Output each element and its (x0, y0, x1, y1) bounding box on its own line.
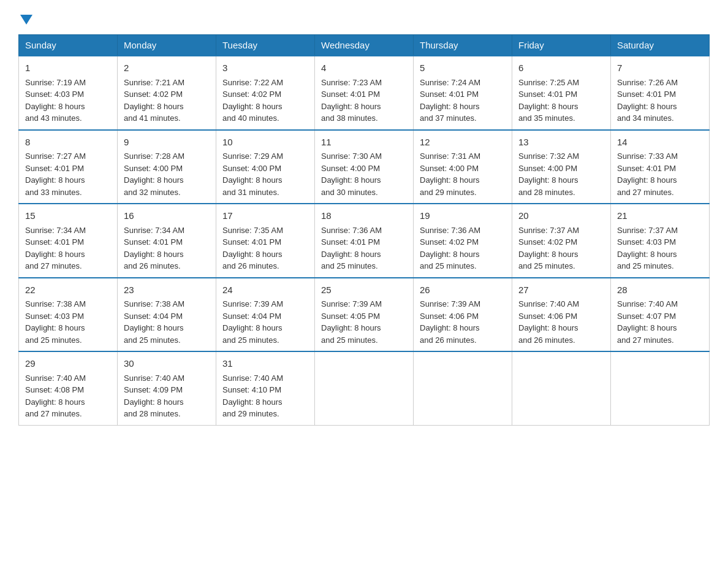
day-number: 18 (321, 209, 407, 223)
day-number: 17 (222, 209, 308, 223)
calendar-day-cell: 9Sunrise: 7:28 AMSunset: 4:00 PMDaylight… (118, 130, 216, 204)
calendar-day-cell: 5Sunrise: 7:24 AMSunset: 4:01 PMDaylight… (414, 56, 512, 130)
sun-info-block: Sunrise: 7:21 AMSunset: 4:02 PMDaylight:… (124, 77, 210, 124)
calendar-day-cell: 20Sunrise: 7:37 AMSunset: 4:02 PMDayligh… (512, 204, 611, 278)
day-number: 11 (321, 136, 407, 150)
calendar-week-row: 8Sunrise: 7:27 AMSunset: 4:01 PMDaylight… (19, 130, 710, 204)
calendar-day-cell: 21Sunrise: 7:37 AMSunset: 4:03 PMDayligh… (611, 204, 710, 278)
calendar-day-cell: 11Sunrise: 7:30 AMSunset: 4:00 PMDayligh… (315, 130, 414, 204)
day-number: 16 (124, 209, 210, 223)
day-number: 13 (518, 136, 604, 150)
day-number: 29 (25, 357, 111, 371)
calendar-day-cell: 16Sunrise: 7:34 AMSunset: 4:01 PMDayligh… (118, 204, 216, 278)
day-number: 8 (25, 136, 111, 150)
calendar-week-row: 15Sunrise: 7:34 AMSunset: 4:01 PMDayligh… (19, 204, 710, 278)
logo (18, 12, 32, 28)
calendar-day-cell: 17Sunrise: 7:35 AMSunset: 4:01 PMDayligh… (216, 204, 315, 278)
calendar-day-cell: 15Sunrise: 7:34 AMSunset: 4:01 PMDayligh… (19, 204, 118, 278)
calendar-day-cell: 14Sunrise: 7:33 AMSunset: 4:01 PMDayligh… (611, 130, 710, 204)
calendar-day-cell: 4Sunrise: 7:23 AMSunset: 4:01 PMDaylight… (315, 56, 414, 130)
day-number: 4 (321, 61, 407, 75)
day-number: 26 (420, 283, 506, 297)
page-header (18, 12, 710, 28)
sun-info-block: Sunrise: 7:29 AMSunset: 4:00 PMDaylight:… (222, 150, 308, 198)
sun-info-block: Sunrise: 7:32 AMSunset: 4:00 PMDaylight:… (518, 150, 604, 198)
day-number: 2 (124, 61, 210, 75)
calendar-week-row: 29Sunrise: 7:40 AMSunset: 4:08 PMDayligh… (19, 351, 710, 425)
day-number: 20 (518, 209, 604, 223)
sun-info-block: Sunrise: 7:37 AMSunset: 4:02 PMDaylight:… (518, 224, 604, 272)
sun-info-block: Sunrise: 7:26 AMSunset: 4:01 PMDaylight:… (617, 77, 703, 124)
calendar-day-cell (512, 351, 611, 425)
calendar-day-cell: 22Sunrise: 7:38 AMSunset: 4:03 PMDayligh… (19, 278, 118, 352)
sun-info-block: Sunrise: 7:39 AMSunset: 4:05 PMDaylight:… (321, 298, 407, 346)
day-header-sunday: Sunday (19, 35, 118, 56)
sun-info-block: Sunrise: 7:35 AMSunset: 4:01 PMDaylight:… (222, 224, 308, 272)
calendar-day-cell: 24Sunrise: 7:39 AMSunset: 4:04 PMDayligh… (216, 278, 315, 352)
calendar-day-cell: 13Sunrise: 7:32 AMSunset: 4:00 PMDayligh… (512, 130, 611, 204)
calendar-day-cell: 8Sunrise: 7:27 AMSunset: 4:01 PMDaylight… (19, 130, 118, 204)
day-header-tuesday: Tuesday (216, 35, 315, 56)
sun-info-block: Sunrise: 7:33 AMSunset: 4:01 PMDaylight:… (617, 150, 703, 198)
sun-info-block: Sunrise: 7:23 AMSunset: 4:01 PMDaylight:… (321, 77, 407, 124)
day-number: 21 (617, 209, 703, 223)
day-number: 6 (518, 61, 604, 75)
calendar-day-cell: 1Sunrise: 7:19 AMSunset: 4:03 PMDaylight… (19, 56, 118, 130)
sun-info-block: Sunrise: 7:38 AMSunset: 4:04 PMDaylight:… (124, 298, 210, 346)
sun-info-block: Sunrise: 7:40 AMSunset: 4:09 PMDaylight:… (124, 372, 210, 420)
calendar-day-cell: 27Sunrise: 7:40 AMSunset: 4:06 PMDayligh… (512, 278, 611, 352)
day-number: 15 (25, 209, 111, 223)
sun-info-block: Sunrise: 7:36 AMSunset: 4:02 PMDaylight:… (420, 224, 506, 272)
day-number: 14 (617, 136, 703, 150)
calendar-day-cell: 19Sunrise: 7:36 AMSunset: 4:02 PMDayligh… (414, 204, 512, 278)
calendar-day-cell: 26Sunrise: 7:39 AMSunset: 4:06 PMDayligh… (414, 278, 512, 352)
day-number: 22 (25, 283, 111, 297)
calendar-day-cell: 23Sunrise: 7:38 AMSunset: 4:04 PMDayligh… (118, 278, 216, 352)
sun-info-block: Sunrise: 7:30 AMSunset: 4:00 PMDaylight:… (321, 150, 407, 198)
day-number: 3 (222, 61, 308, 75)
day-number: 25 (321, 283, 407, 297)
sun-info-block: Sunrise: 7:31 AMSunset: 4:00 PMDaylight:… (420, 150, 506, 198)
sun-info-block: Sunrise: 7:36 AMSunset: 4:01 PMDaylight:… (321, 224, 407, 272)
calendar-day-cell: 10Sunrise: 7:29 AMSunset: 4:00 PMDayligh… (216, 130, 315, 204)
day-number: 9 (124, 136, 210, 150)
calendar-day-cell: 7Sunrise: 7:26 AMSunset: 4:01 PMDaylight… (611, 56, 710, 130)
day-number: 27 (518, 283, 604, 297)
calendar-day-cell (315, 351, 414, 425)
day-number: 19 (420, 209, 506, 223)
sun-info-block: Sunrise: 7:25 AMSunset: 4:01 PMDaylight:… (518, 77, 604, 124)
day-header-friday: Friday (512, 35, 611, 56)
sun-info-block: Sunrise: 7:40 AMSunset: 4:08 PMDaylight:… (25, 372, 111, 420)
sun-info-block: Sunrise: 7:28 AMSunset: 4:00 PMDaylight:… (124, 150, 210, 198)
day-header-saturday: Saturday (611, 35, 710, 56)
calendar-day-cell: 28Sunrise: 7:40 AMSunset: 4:07 PMDayligh… (611, 278, 710, 352)
calendar-day-cell: 31Sunrise: 7:40 AMSunset: 4:10 PMDayligh… (216, 351, 315, 425)
day-number: 28 (617, 283, 703, 297)
sun-info-block: Sunrise: 7:27 AMSunset: 4:01 PMDaylight:… (25, 150, 111, 198)
calendar-header-row: SundayMondayTuesdayWednesdayThursdayFrid… (19, 35, 710, 56)
sun-info-block: Sunrise: 7:39 AMSunset: 4:04 PMDaylight:… (222, 298, 308, 346)
calendar-day-cell: 30Sunrise: 7:40 AMSunset: 4:09 PMDayligh… (118, 351, 216, 425)
day-number: 23 (124, 283, 210, 297)
day-number: 7 (617, 61, 703, 75)
day-number: 5 (420, 61, 506, 75)
logo-triangle-icon (20, 13, 32, 26)
day-header-wednesday: Wednesday (315, 35, 414, 56)
sun-info-block: Sunrise: 7:40 AMSunset: 4:07 PMDaylight:… (617, 298, 703, 346)
sun-info-block: Sunrise: 7:19 AMSunset: 4:03 PMDaylight:… (25, 77, 111, 124)
sun-info-block: Sunrise: 7:39 AMSunset: 4:06 PMDaylight:… (420, 298, 506, 346)
calendar-day-cell: 29Sunrise: 7:40 AMSunset: 4:08 PMDayligh… (19, 351, 118, 425)
day-number: 30 (124, 357, 210, 371)
calendar-day-cell (611, 351, 710, 425)
sun-info-block: Sunrise: 7:34 AMSunset: 4:01 PMDaylight:… (124, 224, 210, 272)
calendar-day-cell: 2Sunrise: 7:21 AMSunset: 4:02 PMDaylight… (118, 56, 216, 130)
sun-info-block: Sunrise: 7:40 AMSunset: 4:10 PMDaylight:… (222, 372, 308, 420)
sun-info-block: Sunrise: 7:40 AMSunset: 4:06 PMDaylight:… (518, 298, 604, 346)
svg-marker-0 (20, 15, 32, 25)
day-number: 1 (25, 61, 111, 75)
calendar-day-cell (414, 351, 512, 425)
day-number: 24 (222, 283, 308, 297)
calendar-week-row: 1Sunrise: 7:19 AMSunset: 4:03 PMDaylight… (19, 56, 710, 130)
calendar-week-row: 22Sunrise: 7:38 AMSunset: 4:03 PMDayligh… (19, 278, 710, 352)
day-number: 12 (420, 136, 506, 150)
